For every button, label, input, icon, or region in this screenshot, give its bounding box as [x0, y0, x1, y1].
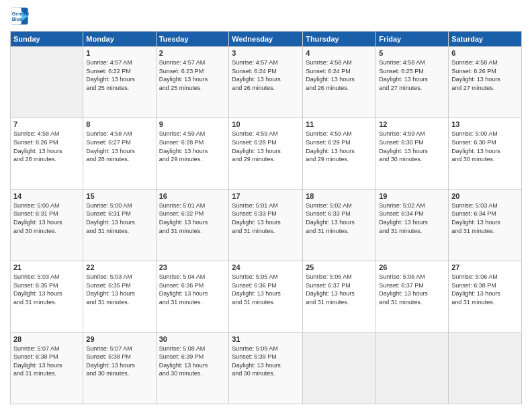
calendar-cell: 11Sunrise: 4:59 AM Sunset: 6:29 PM Dayli…: [303, 118, 376, 189]
calendar-cell: 5Sunrise: 4:58 AM Sunset: 6:25 PM Daylig…: [376, 47, 449, 118]
day-number: 23: [159, 263, 226, 271]
day-info: Sunrise: 5:00 AM Sunset: 6:30 PM Dayligh…: [451, 130, 519, 163]
day-info: Sunrise: 4:58 AM Sunset: 6:26 PM Dayligh…: [451, 58, 519, 92]
day-number: 3: [232, 49, 300, 57]
day-number: 14: [13, 192, 80, 200]
calendar-cell: 8Sunrise: 4:58 AM Sunset: 6:27 PM Daylig…: [83, 118, 156, 189]
calendar-cell: 25Sunrise: 5:05 AM Sunset: 6:37 PM Dayli…: [303, 261, 376, 332]
day-number: 9: [159, 120, 226, 128]
day-info: Sunrise: 4:59 AM Sunset: 6:28 PM Dayligh…: [159, 130, 226, 163]
day-number: 26: [379, 263, 445, 271]
day-number: 18: [306, 192, 373, 200]
calendar-cell: 31Sunrise: 5:09 AM Sunset: 6:39 PM Dayli…: [229, 332, 303, 404]
calendar-cell: [376, 332, 449, 404]
day-info: Sunrise: 5:07 AM Sunset: 6:38 PM Dayligh…: [13, 345, 80, 378]
day-number: 6: [451, 49, 519, 57]
day-number: 19: [379, 192, 445, 200]
day-info: Sunrise: 5:09 AM Sunset: 6:39 PM Dayligh…: [232, 345, 300, 378]
calendar-table: SundayMondayTuesdayWednesdayThursdayFrid…: [10, 31, 522, 404]
day-number: 8: [86, 120, 152, 128]
day-number: 12: [379, 120, 445, 128]
day-info: Sunrise: 5:06 AM Sunset: 6:38 PM Dayligh…: [451, 273, 519, 306]
calendar-cell: 1Sunrise: 4:57 AM Sunset: 6:22 PM Daylig…: [83, 47, 156, 118]
day-number: 31: [232, 335, 300, 343]
calendar-cell: 14Sunrise: 5:00 AM Sunset: 6:31 PM Dayli…: [11, 189, 83, 261]
calendar-cell: 28Sunrise: 5:07 AM Sunset: 6:38 PM Dayli…: [11, 332, 83, 404]
day-info: Sunrise: 4:58 AM Sunset: 6:25 PM Dayligh…: [379, 58, 445, 92]
day-number: 29: [86, 335, 152, 343]
calendar-cell: 30Sunrise: 5:08 AM Sunset: 6:39 PM Dayli…: [156, 332, 229, 404]
day-info: Sunrise: 5:00 AM Sunset: 6:31 PM Dayligh…: [86, 201, 152, 235]
calendar-cell: [303, 332, 376, 404]
svg-text:Blue: Blue: [12, 17, 22, 21]
calendar-week-3: 14Sunrise: 5:00 AM Sunset: 6:31 PM Dayli…: [11, 189, 522, 261]
day-info: Sunrise: 5:01 AM Sunset: 6:33 PM Dayligh…: [232, 201, 300, 235]
day-number: 24: [232, 263, 300, 271]
logo: General Blue: [10, 7, 32, 26]
day-number: 5: [379, 49, 445, 57]
day-number: 4: [306, 49, 373, 57]
calendar-header-row: SundayMondayTuesdayWednesdayThursdayFrid…: [11, 32, 522, 47]
calendar-week-2: 7Sunrise: 4:58 AM Sunset: 6:26 PM Daylig…: [11, 118, 522, 189]
day-number: 7: [13, 120, 80, 128]
calendar-cell: 6Sunrise: 4:58 AM Sunset: 6:26 PM Daylig…: [449, 47, 522, 118]
calendar-cell: 18Sunrise: 5:02 AM Sunset: 6:33 PM Dayli…: [303, 189, 376, 261]
day-number: 10: [232, 120, 300, 128]
calendar-cell: 17Sunrise: 5:01 AM Sunset: 6:33 PM Dayli…: [229, 189, 303, 261]
calendar-cell: 29Sunrise: 5:07 AM Sunset: 6:38 PM Dayli…: [83, 332, 156, 404]
calendar-week-4: 21Sunrise: 5:03 AM Sunset: 6:35 PM Dayli…: [11, 261, 522, 332]
day-info: Sunrise: 5:03 AM Sunset: 6:35 PM Dayligh…: [86, 273, 152, 306]
calendar-cell: 21Sunrise: 5:03 AM Sunset: 6:35 PM Dayli…: [11, 261, 83, 332]
day-info: Sunrise: 4:59 AM Sunset: 6:29 PM Dayligh…: [306, 130, 373, 163]
day-number: 20: [451, 192, 519, 200]
col-header-monday: Monday: [83, 32, 156, 47]
day-info: Sunrise: 4:57 AM Sunset: 6:24 PM Dayligh…: [232, 58, 300, 92]
calendar-cell: 2Sunrise: 4:57 AM Sunset: 6:23 PM Daylig…: [156, 47, 229, 118]
header: General Blue: [10, 7, 522, 26]
day-info: Sunrise: 5:03 AM Sunset: 6:34 PM Dayligh…: [451, 201, 519, 235]
day-info: Sunrise: 5:07 AM Sunset: 6:38 PM Dayligh…: [86, 345, 152, 378]
day-number: 11: [306, 120, 373, 128]
calendar-cell: 7Sunrise: 4:58 AM Sunset: 6:26 PM Daylig…: [11, 118, 83, 189]
day-info: Sunrise: 5:04 AM Sunset: 6:36 PM Dayligh…: [159, 273, 226, 306]
day-info: Sunrise: 4:58 AM Sunset: 6:24 PM Dayligh…: [306, 58, 373, 92]
day-number: 25: [306, 263, 373, 271]
day-info: Sunrise: 4:59 AM Sunset: 6:28 PM Dayligh…: [232, 130, 300, 163]
day-info: Sunrise: 4:57 AM Sunset: 6:23 PM Dayligh…: [159, 58, 226, 92]
col-header-tuesday: Tuesday: [156, 32, 229, 47]
day-info: Sunrise: 5:06 AM Sunset: 6:37 PM Dayligh…: [379, 273, 445, 306]
calendar-cell: 16Sunrise: 5:01 AM Sunset: 6:32 PM Dayli…: [156, 189, 229, 261]
day-info: Sunrise: 5:05 AM Sunset: 6:37 PM Dayligh…: [306, 273, 373, 306]
day-number: 17: [232, 192, 300, 200]
day-number: 21: [13, 263, 80, 271]
svg-rect-2: [11, 7, 21, 24]
day-number: 30: [159, 335, 226, 343]
logo-icon: General Blue: [10, 7, 29, 26]
calendar-cell: 22Sunrise: 5:03 AM Sunset: 6:35 PM Dayli…: [83, 261, 156, 332]
calendar-cell: 20Sunrise: 5:03 AM Sunset: 6:34 PM Dayli…: [449, 189, 522, 261]
calendar-cell: 9Sunrise: 4:59 AM Sunset: 6:28 PM Daylig…: [156, 118, 229, 189]
day-number: 13: [451, 120, 519, 128]
calendar-cell: 23Sunrise: 5:04 AM Sunset: 6:36 PM Dayli…: [156, 261, 229, 332]
day-info: Sunrise: 5:05 AM Sunset: 6:36 PM Dayligh…: [232, 273, 300, 306]
day-info: Sunrise: 5:02 AM Sunset: 6:34 PM Dayligh…: [379, 201, 445, 235]
calendar-week-5: 28Sunrise: 5:07 AM Sunset: 6:38 PM Dayli…: [11, 332, 522, 404]
day-number: 28: [13, 335, 80, 343]
day-number: 22: [86, 263, 152, 271]
day-number: 2: [159, 49, 226, 57]
col-header-sunday: Sunday: [11, 32, 83, 47]
calendar-cell: 12Sunrise: 4:59 AM Sunset: 6:30 PM Dayli…: [376, 118, 449, 189]
day-number: 27: [451, 263, 519, 271]
calendar-cell: 10Sunrise: 4:59 AM Sunset: 6:28 PM Dayli…: [229, 118, 303, 189]
day-info: Sunrise: 5:08 AM Sunset: 6:39 PM Dayligh…: [159, 345, 226, 378]
calendar-cell: 3Sunrise: 4:57 AM Sunset: 6:24 PM Daylig…: [229, 47, 303, 118]
day-number: 1: [86, 49, 152, 57]
calendar-cell: 13Sunrise: 5:00 AM Sunset: 6:30 PM Dayli…: [449, 118, 522, 189]
calendar-cell: 15Sunrise: 5:00 AM Sunset: 6:31 PM Dayli…: [83, 189, 156, 261]
day-info: Sunrise: 4:57 AM Sunset: 6:22 PM Dayligh…: [86, 58, 152, 92]
calendar-cell: [449, 332, 522, 404]
day-number: 15: [86, 192, 152, 200]
day-info: Sunrise: 5:01 AM Sunset: 6:32 PM Dayligh…: [159, 201, 226, 235]
col-header-saturday: Saturday: [449, 32, 522, 47]
col-header-friday: Friday: [376, 32, 449, 47]
